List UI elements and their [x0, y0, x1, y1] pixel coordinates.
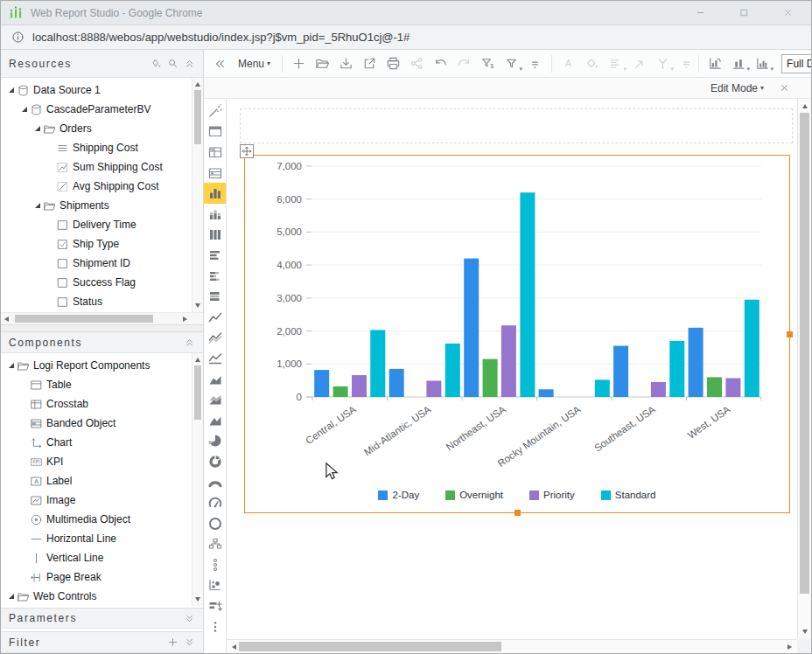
- bar-chart[interactable]: 01,0002,0003,0004,0005,0006,0007,000Cent…: [245, 156, 791, 484]
- chart-type-button[interactable]: ▾: [727, 52, 751, 75]
- print-button[interactable]: [382, 52, 405, 75]
- bar-2-Day[interactable]: [314, 370, 329, 397]
- resource-item[interactable]: Sum Shipping Cost: [1, 157, 203, 177]
- donut-button[interactable]: [204, 451, 226, 472]
- bar-Priority[interactable]: [426, 381, 441, 398]
- components-panel-header[interactable]: Components: [1, 332, 203, 353]
- hbar-stacked2-button[interactable]: [204, 286, 226, 307]
- scroll-left-icon[interactable]: [4, 317, 9, 322]
- bar-2-Day[interactable]: [539, 389, 554, 397]
- bar-Priority[interactable]: [501, 325, 516, 397]
- bar-Overnight[interactable]: [707, 377, 722, 397]
- info-icon[interactable]: [11, 31, 24, 44]
- resource-item[interactable]: Delivery Time: [1, 215, 203, 234]
- scrollbar-thumb[interactable]: [194, 90, 201, 144]
- resources-horizontal-scrollbar[interactable]: [1, 312, 203, 324]
- close-icon[interactable]: [778, 82, 790, 94]
- resource-item[interactable]: Data Source 1: [1, 80, 203, 100]
- component-item[interactable]: Table: [1, 375, 203, 394]
- component-item[interactable]: Page Break: [1, 567, 203, 587]
- scrollbar-thumb[interactable]: [239, 642, 501, 651]
- wand-button[interactable]: [204, 101, 226, 122]
- export-button[interactable]: [358, 52, 382, 75]
- search-icon[interactable]: [167, 58, 178, 69]
- scatter-button[interactable]: [204, 554, 226, 575]
- menu-button[interactable]: Menu ▾: [231, 58, 277, 70]
- selected-chart[interactable]: 01,0002,0003,0004,0005,0006,0007,000Cent…: [244, 155, 790, 513]
- scroll-down-icon[interactable]: [195, 303, 200, 308]
- scroll-right-icon[interactable]: [183, 317, 187, 322]
- bar-Priority[interactable]: [352, 375, 367, 397]
- resource-item[interactable]: Ship Type: [1, 234, 203, 254]
- bar-chart-button[interactable]: [204, 183, 226, 204]
- gauge-button[interactable]: [204, 492, 226, 513]
- combo-button[interactable]: [204, 595, 226, 616]
- expand-arrow-icon[interactable]: [19, 107, 29, 112]
- bar-2-Day[interactable]: [389, 369, 404, 397]
- more-vdots-button[interactable]: [204, 616, 226, 637]
- design-canvas[interactable]: 01,0002,0003,0004,0005,0006,0007,000Cent…: [227, 99, 811, 653]
- expand-arrow-icon[interactable]: [6, 87, 16, 93]
- legend-item[interactable]: Overnight: [445, 490, 503, 500]
- scrollbar-thumb[interactable]: [194, 365, 201, 420]
- convert-chart-button[interactable]: [704, 52, 727, 75]
- bar-2-Day[interactable]: [613, 346, 628, 398]
- bar-Standard[interactable]: [745, 300, 760, 397]
- legend-item[interactable]: 2-Day: [378, 490, 419, 500]
- bar-2-Day[interactable]: [464, 259, 479, 397]
- expand-arrow-icon[interactable]: [6, 363, 16, 368]
- component-item[interactable]: Vertical Line: [1, 548, 203, 567]
- component-item[interactable]: Logi Report Components: [1, 356, 203, 375]
- expand-arrow-icon[interactable]: [32, 126, 42, 131]
- resources-vertical-scrollbar[interactable]: [192, 78, 203, 312]
- columns-button[interactable]: [204, 225, 226, 246]
- view-mode-select[interactable]: Full Data ▼: [781, 54, 812, 73]
- bar-Priority[interactable]: [651, 382, 666, 397]
- component-item[interactable]: Web Controls: [1, 587, 203, 606]
- filter-panel-header[interactable]: Filter: [1, 631, 203, 653]
- hbar-button[interactable]: [204, 245, 226, 266]
- scroll-up-icon[interactable]: [802, 104, 808, 108]
- component-item[interactable]: ALabel: [1, 471, 203, 491]
- canvas-vertical-scrollbar[interactable]: [797, 99, 811, 639]
- line-multi-button[interactable]: [204, 328, 226, 349]
- resource-item[interactable]: Shipping Cost: [1, 138, 203, 157]
- scroll-up-icon[interactable]: [195, 82, 200, 87]
- bar-Standard[interactable]: [370, 330, 385, 397]
- area-stacked-button[interactable]: [204, 389, 226, 410]
- title-bar[interactable]: Web Report Studio - Google Chrome: [1, 1, 811, 25]
- canvas-horizontal-scrollbar[interactable]: [227, 639, 797, 653]
- components-vertical-scrollbar[interactable]: [192, 353, 203, 606]
- component-item[interactable]: KPIKPI: [1, 452, 203, 471]
- resource-item[interactable]: Success Flag: [1, 273, 203, 292]
- collapse-toolbar-button[interactable]: [207, 52, 231, 75]
- component-item[interactable]: Crosstab: [1, 394, 203, 414]
- close-button[interactable]: [781, 7, 794, 19]
- filter-button[interactable]: ▾: [500, 52, 523, 75]
- bar-Overnight[interactable]: [483, 359, 498, 397]
- bar-Standard[interactable]: [595, 379, 610, 397]
- undo-button[interactable]: [429, 52, 452, 75]
- stacked-column-button[interactable]: [204, 204, 226, 225]
- resource-item[interactable]: Orders: [1, 119, 203, 138]
- resources-panel-header[interactable]: Resources: [1, 50, 204, 78]
- filter-values-button[interactable]: $: [476, 52, 500, 75]
- scroll-down-icon[interactable]: [195, 597, 200, 602]
- save-button[interactable]: [334, 52, 358, 75]
- url-text[interactable]: localhost:8888/webos/app/webstudio/index…: [32, 31, 410, 44]
- component-item[interactable]: Chart: [1, 433, 203, 452]
- bar-Standard[interactable]: [445, 344, 460, 397]
- open-button[interactable]: [311, 52, 334, 75]
- scrollbar-thumb[interactable]: [800, 113, 809, 594]
- more-edit-button[interactable]: [523, 52, 547, 75]
- table2-button[interactable]: [204, 122, 226, 143]
- bar-Standard[interactable]: [669, 341, 684, 397]
- scroll-up-icon[interactable]: [195, 358, 200, 362]
- panel-splitter[interactable]: [1, 324, 203, 332]
- resource-item[interactable]: Status: [1, 292, 203, 311]
- address-bar[interactable]: localhost:8888/webos/app/webstudio/index…: [1, 25, 811, 50]
- legend-item[interactable]: Priority: [529, 490, 575, 500]
- parameters-panel-header[interactable]: Parameters: [1, 608, 203, 629]
- bar-2-Day[interactable]: [689, 328, 704, 397]
- scroll-down-icon[interactable]: [802, 630, 808, 634]
